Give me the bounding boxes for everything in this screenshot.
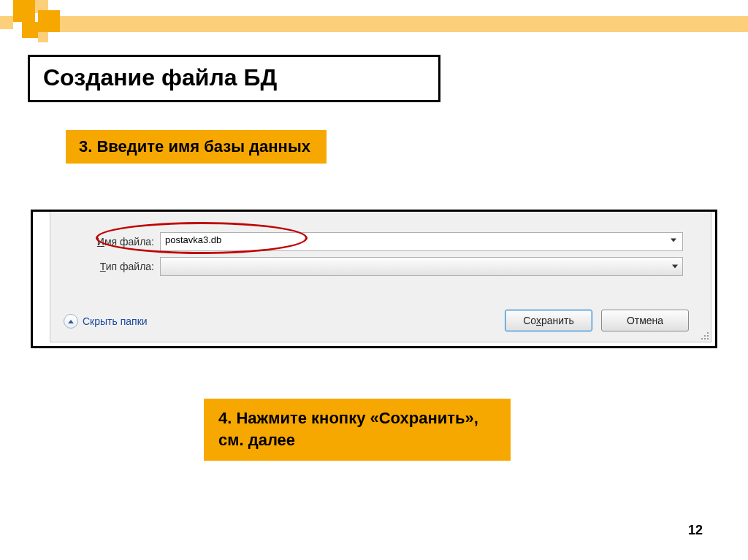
resize-grip-icon[interactable]: [699, 330, 709, 340]
filename-label: Имя файла:: [50, 236, 160, 248]
decor-square: [0, 16, 13, 29]
header-bar: [60, 16, 748, 32]
filetype-label: Тип файла:: [50, 261, 160, 272]
hide-folders-link[interactable]: Скрыть папки: [64, 314, 148, 329]
filetype-row: Тип файла:: [50, 257, 711, 276]
filetype-select[interactable]: [160, 257, 683, 276]
dropdown-caret-icon: [672, 265, 678, 269]
chevron-up-icon: [64, 314, 78, 329]
slide-title-box: Создание файла БД: [28, 55, 440, 102]
step-4-text: 4. Нажмите кнопку «Сохранить», см. далее: [218, 407, 496, 450]
dropdown-caret-icon[interactable]: [671, 239, 676, 242]
save-dialog: Имя файла: postavka3.db Тип файла: Скрыт…: [50, 212, 711, 342]
dialog-button-row: Сохранить Отмена: [505, 310, 689, 331]
step-3-text: 3. Введите имя базы данных: [79, 137, 310, 156]
step-4-callout: 4. Нажмите кнопку «Сохранить», см. далее: [204, 399, 511, 461]
save-dialog-frame: Имя файла: postavka3.db Тип файла: Скрыт…: [31, 210, 717, 348]
slide-header-decoration: [0, 0, 748, 44]
decor-square: [22, 22, 38, 38]
hide-folders-label: Скрыть папки: [83, 315, 148, 327]
save-button[interactable]: Сохранить: [505, 310, 592, 331]
slide-title: Создание файла БД: [43, 64, 425, 91]
cancel-button[interactable]: Отмена: [601, 310, 689, 331]
decor-square: [13, 0, 35, 22]
decor-square: [38, 10, 60, 32]
filename-input[interactable]: postavka3.db: [160, 232, 683, 251]
decor-square: [38, 32, 48, 42]
filename-row: Имя файла: postavka3.db: [50, 232, 711, 251]
page-number: 12: [688, 523, 703, 538]
filename-value: postavka3.db: [165, 234, 221, 245]
step-3-callout: 3. Введите имя базы данных: [66, 130, 327, 164]
